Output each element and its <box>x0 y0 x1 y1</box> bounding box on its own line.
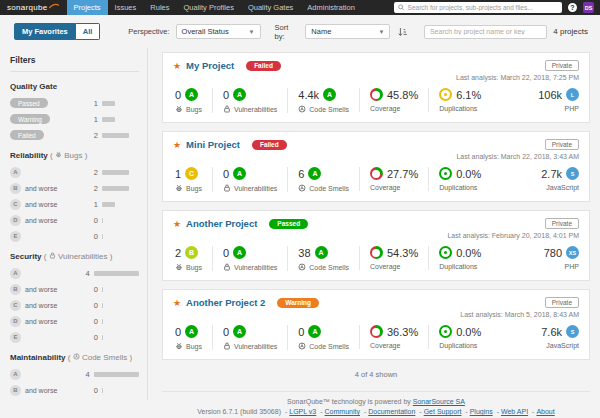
rating-circle: B <box>10 183 21 194</box>
my-favorites-button[interactable]: My Favorites <box>14 23 76 40</box>
facet-row-rating[interactable]: Cand worse 1 <box>10 198 139 210</box>
project-search-input[interactable] <box>424 25 547 39</box>
project-language: JavaScript <box>541 342 579 349</box>
visibility-badge: Private <box>545 218 579 229</box>
sort-select[interactable]: Name ▼ <box>305 24 390 39</box>
nav-item-administration[interactable]: Administration <box>300 0 362 15</box>
project-name-link[interactable]: Another Project 2 <box>186 297 265 308</box>
facet-row-rating[interactable]: Band worse 0 <box>10 283 139 295</box>
footer-link-web-api[interactable]: Web API <box>501 408 528 415</box>
warning-pill: Warning <box>10 114 50 124</box>
chevron-down-icon: ▼ <box>378 29 384 35</box>
bugs-rating: C <box>185 167 198 180</box>
metric-size: 2.7kS JavaScript <box>531 167 579 191</box>
facet-row-failed[interactable]: Failed 2 <box>10 129 139 141</box>
rating-circle: E <box>10 332 21 343</box>
facet-bar <box>102 218 103 223</box>
project-name-link[interactable]: My Project <box>186 60 234 71</box>
sort-order-icon[interactable] <box>398 27 408 37</box>
facet-row-rating[interactable]: E 0 <box>10 230 139 242</box>
facet-row-warning[interactable]: Warning 1 <box>10 113 139 125</box>
facet-row-passed[interactable]: Passed 1 <box>10 97 139 109</box>
nav-item-quality-gates[interactable]: Quality Gates <box>241 0 300 15</box>
project-name-link[interactable]: Another Project <box>186 218 257 229</box>
all-button[interactable]: All <box>76 23 101 40</box>
project-card: ★ Another Project Passed Private Last an… <box>162 210 590 281</box>
facet-bar <box>102 335 103 340</box>
facet-quality-gate: Quality Gate Passed 1 Warning 1 Failed 2 <box>10 82 139 141</box>
facet-row-rating[interactable]: Dand worse 0 <box>10 214 139 226</box>
rating-circle: A <box>10 369 21 380</box>
visibility-badge: Private <box>545 60 579 71</box>
sort-value: Name <box>311 27 331 36</box>
facet-bar <box>102 117 115 122</box>
footer-link-documentation[interactable]: Documentation <box>368 408 415 415</box>
code-smells-rating: A <box>323 88 336 101</box>
search-icon <box>398 4 405 11</box>
code-smell-icon <box>73 353 80 360</box>
facet-row-rating[interactable]: Band worse 0 <box>10 384 139 396</box>
code-smell-icon <box>298 342 306 350</box>
nav-item-projects[interactable]: Projects <box>67 0 108 15</box>
filters-sidebar: Filters Quality Gate Passed 1 Warning 1 … <box>0 48 148 400</box>
coverage-donut-icon <box>370 246 383 259</box>
metric-bugs: 1C Bugs <box>173 167 212 192</box>
code-smells-rating: A <box>315 246 328 259</box>
lock-icon <box>223 184 231 192</box>
facet-row-rating[interactable]: Dand worse 0 <box>10 315 139 327</box>
facet-row-rating[interactable]: E 0 <box>10 331 139 343</box>
metric-coverage: 54.3% Coverage <box>359 246 428 270</box>
footer-link-about[interactable]: About <box>536 408 554 415</box>
duplications-icon <box>439 325 452 338</box>
project-name-link[interactable]: Mini Project <box>186 139 240 150</box>
version-text: Version 6.7.1 (build 35068) <box>197 408 281 415</box>
code-smell-icon <box>298 263 306 271</box>
code-smells-rating: A <box>308 325 321 338</box>
perspective-value: Overall Status <box>182 27 229 36</box>
navbar-right: ? DS <box>394 0 600 15</box>
sonarsource-link[interactable]: SonarSource SA <box>413 398 465 405</box>
facet-unit: Vulnerabilities <box>58 252 108 261</box>
projects-toolbar: My Favorites All Perspective: Overall St… <box>0 15 600 48</box>
favorite-star-icon[interactable]: ★ <box>173 61 181 71</box>
perspective-select[interactable]: Overall Status ▼ <box>176 24 261 39</box>
facet-row-rating[interactable]: A 4 <box>10 368 139 380</box>
visibility-badge: Private <box>545 297 579 308</box>
code-smell-icon <box>298 105 306 113</box>
footer-link-get-support[interactable]: Get Support <box>424 408 462 415</box>
facet-bar <box>102 388 103 393</box>
facet-security: Security ( Vulnerabilities ) A 4 Band wo… <box>10 252 139 343</box>
footer-link-plugins[interactable]: Plugins <box>470 408 493 415</box>
quality-gate-badge: Failed <box>252 140 287 150</box>
metric-vulnerabilities: 0A Vulnerabilities <box>212 325 287 350</box>
nav-item-quality-profiles[interactable]: Quality Profiles <box>176 0 240 15</box>
facet-row-rating[interactable]: A 2 <box>10 166 139 178</box>
facet-unit: Bugs <box>64 151 82 160</box>
facet-bar <box>102 319 103 324</box>
metric-code-smells: 38A Code Smells <box>287 246 359 271</box>
facet-row-rating[interactable]: Band worse 2 <box>10 182 139 194</box>
last-analysis: Last analysis: February 20, 2018, 4:01 P… <box>173 232 579 239</box>
favorite-star-icon[interactable]: ★ <box>173 219 181 229</box>
facet-row-rating[interactable]: A 4 <box>10 267 139 279</box>
avatar[interactable]: DS <box>583 2 594 13</box>
help-icon[interactable]: ? <box>568 3 577 12</box>
sonarqube-logo[interactable]: sonarqube <box>0 0 67 15</box>
rating-circle: B <box>10 284 21 295</box>
coverage-donut-icon <box>370 88 383 101</box>
footer-link-community[interactable]: Community <box>325 408 360 415</box>
rating-circle: C <box>10 300 21 311</box>
nav-item-issues[interactable]: Issues <box>108 0 144 15</box>
nav-item-rules[interactable]: Rules <box>143 0 176 15</box>
facet-bar <box>94 372 139 377</box>
global-search-input[interactable] <box>408 4 558 11</box>
page-footer: SonarQube™ technology is powered by Sona… <box>162 391 590 418</box>
facet-row-rating[interactable]: Cand worse 0 <box>10 299 139 311</box>
project-language: JavaScript <box>541 184 579 191</box>
lock-icon <box>223 342 231 350</box>
facet-bar <box>102 186 129 191</box>
favorite-star-icon[interactable]: ★ <box>173 298 181 308</box>
favorite-star-icon[interactable]: ★ <box>173 140 181 150</box>
footer-link-lgpl[interactable]: LGPL v3 <box>289 408 316 415</box>
page-body: Filters Quality Gate Passed 1 Warning 1 … <box>0 48 600 418</box>
